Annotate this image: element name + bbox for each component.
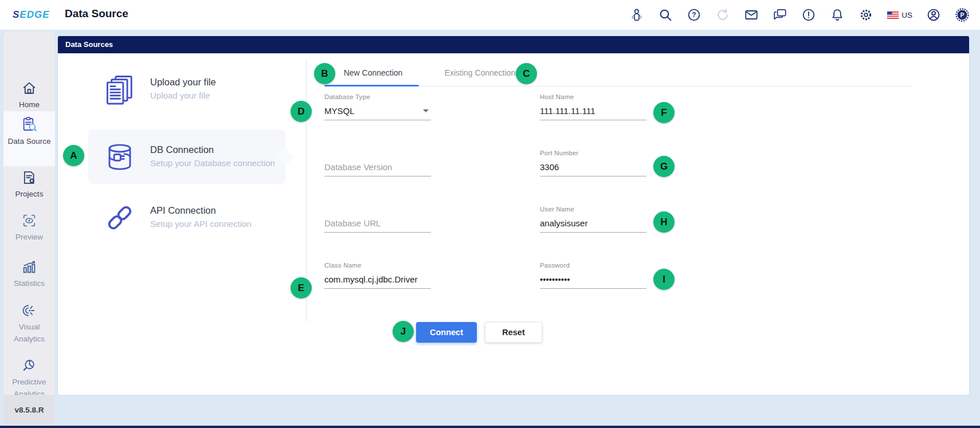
annotation-badge-e: E bbox=[291, 277, 312, 299]
option-subtitle: Setup your Database connection bbox=[150, 157, 275, 170]
sidebar-item-preview[interactable]: Preview bbox=[3, 213, 55, 244]
database-type-select[interactable]: MYSQL bbox=[324, 103, 431, 120]
mail-icon[interactable] bbox=[744, 7, 759, 22]
sidebar-item-label: Visual Analytics bbox=[3, 321, 55, 345]
sidebar-item-label: Statistics bbox=[3, 278, 55, 290]
chat-icon[interactable] bbox=[773, 7, 787, 22]
class-name-field: Class Name bbox=[324, 262, 431, 289]
annotation-badge-h: H bbox=[653, 211, 675, 233]
option-db-connection[interactable]: DB Connection Setup your Database connec… bbox=[88, 129, 285, 184]
annotation-badge-i: I bbox=[653, 269, 675, 290]
sidebar-item-projects[interactable]: Projects bbox=[3, 170, 55, 201]
option-upload-file[interactable]: Upload your file Upload your file bbox=[88, 67, 285, 112]
p-badge-icon[interactable]: P bbox=[955, 7, 970, 22]
bell-icon[interactable] bbox=[830, 7, 845, 22]
page-title: Data Source bbox=[65, 7, 128, 20]
database-type-field: Database Type MYSQL bbox=[324, 93, 431, 120]
option-subtitle: Upload your file bbox=[150, 89, 216, 102]
sidebar-item-label: Data Source bbox=[3, 136, 55, 148]
option-subtitle: Setup your API connection bbox=[150, 218, 252, 230]
tab-new-connection[interactable]: New Connection bbox=[324, 68, 422, 77]
us-flag-icon bbox=[887, 11, 899, 19]
database-version-field bbox=[324, 150, 431, 176]
user-name-field: User Name bbox=[540, 206, 646, 233]
data-source-icon bbox=[3, 116, 55, 133]
annotation-badge-c: C bbox=[516, 63, 537, 84]
annotation-badge-b: B bbox=[314, 63, 335, 84]
header-icon-bar: ? bbox=[629, 0, 970, 30]
field-label: Database Type bbox=[324, 93, 431, 103]
annotation-badge-j: J bbox=[393, 321, 414, 342]
language-label: US bbox=[901, 11, 912, 19]
top-header: SEDGE Data Source ? bbox=[0, 0, 980, 30]
statistics-icon bbox=[3, 259, 55, 275]
bottom-edge-strip bbox=[0, 426, 980, 428]
help-icon[interactable]: ? bbox=[687, 7, 701, 22]
language-selector[interactable]: US bbox=[887, 11, 912, 19]
class-name-input[interactable] bbox=[324, 272, 431, 289]
alert-icon[interactable] bbox=[801, 7, 816, 22]
api-connection-icon bbox=[104, 202, 135, 233]
annotation-badge-g: G bbox=[653, 156, 675, 177]
dropdown-arrow-icon bbox=[423, 109, 429, 112]
database-url-input[interactable] bbox=[324, 215, 431, 233]
sidebar-item-statistics[interactable]: Statistics bbox=[3, 259, 55, 290]
field-label bbox=[324, 150, 431, 159]
option-api-connection[interactable]: API Connection Setup your API connection bbox=[88, 195, 285, 240]
user-name-input[interactable] bbox=[540, 215, 646, 233]
field-label: Port Number bbox=[540, 150, 646, 159]
bot-icon[interactable] bbox=[629, 7, 644, 22]
gear-icon[interactable] bbox=[859, 7, 873, 22]
sidebar-nav: Home Data Source Projects bbox=[3, 31, 55, 425]
panel-title: Data Sources bbox=[58, 36, 969, 53]
projects-icon bbox=[3, 170, 55, 186]
field-label: Host Name bbox=[540, 93, 646, 103]
port-number-input[interactable] bbox=[540, 159, 646, 176]
password-input[interactable] bbox=[540, 272, 646, 289]
visual-analytics-icon bbox=[3, 303, 55, 319]
field-label: User Name bbox=[540, 206, 646, 215]
preview-icon bbox=[3, 213, 55, 229]
option-title: DB Connection bbox=[150, 144, 275, 155]
sidebar-item-label: Home bbox=[3, 99, 55, 111]
sidebar-item-home[interactable]: Home bbox=[3, 80, 55, 111]
logo-text-dark: S bbox=[13, 9, 19, 20]
profile-icon[interactable] bbox=[926, 7, 941, 22]
option-title: Upload your file bbox=[150, 77, 216, 88]
home-icon bbox=[3, 80, 55, 96]
database-version-input[interactable] bbox=[324, 159, 431, 176]
active-tab-indicator bbox=[324, 85, 419, 87]
sidebar-item-label: Preview bbox=[3, 231, 55, 244]
sidebar-item-label: Projects bbox=[3, 189, 55, 201]
field-label bbox=[324, 206, 431, 215]
annotation-badge-f: F bbox=[653, 102, 675, 123]
field-label: Class Name bbox=[324, 262, 431, 272]
app-version: v8.5.8.R bbox=[3, 395, 55, 425]
option-title: API Connection bbox=[150, 205, 252, 216]
search-icon[interactable] bbox=[658, 7, 673, 22]
sidebar-item-predictive-analytics[interactable]: Predictive Analytics bbox=[3, 358, 55, 400]
svg-text:P: P bbox=[961, 12, 965, 18]
password-field: Password bbox=[540, 262, 646, 289]
reset-button[interactable]: Reset bbox=[485, 322, 542, 343]
annotation-badge-d: D bbox=[291, 101, 312, 122]
predictive-analytics-icon bbox=[3, 358, 55, 374]
data-sources-panel: Data Sources Upload your file Upload you… bbox=[57, 36, 970, 395]
sidebar-item-data-source[interactable]: Data Source bbox=[3, 111, 55, 166]
sidebar-item-visual-analytics[interactable]: Visual Analytics bbox=[3, 303, 55, 345]
database-url-field bbox=[324, 206, 431, 233]
connect-button[interactable]: Connect bbox=[416, 322, 477, 343]
host-name-field: Host Name bbox=[540, 93, 646, 120]
host-name-input[interactable] bbox=[540, 103, 646, 120]
annotation-badge-a: A bbox=[63, 145, 84, 166]
db-connection-icon bbox=[104, 142, 135, 172]
refresh-icon[interactable] bbox=[715, 7, 730, 22]
logo-text-light: EDGE bbox=[19, 9, 49, 20]
field-label: Password bbox=[540, 262, 646, 272]
upload-file-icon bbox=[104, 74, 135, 105]
sedge-logo[interactable]: SEDGE bbox=[13, 9, 50, 21]
svg-text:?: ? bbox=[692, 11, 696, 19]
port-number-field: Port Number bbox=[540, 150, 646, 176]
database-type-value: MYSQL bbox=[324, 106, 355, 116]
